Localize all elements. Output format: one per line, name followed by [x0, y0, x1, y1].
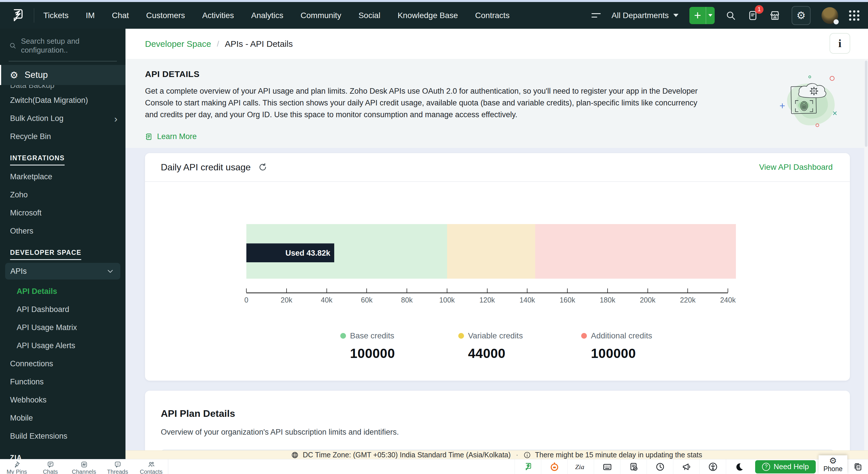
setup-search-input[interactable]: Search setup and configuration.. — [9, 34, 117, 61]
band-variable-credits — [447, 224, 535, 279]
page-info-button[interactable]: i — [830, 33, 850, 54]
nav-tab-analytics[interactable]: Analytics — [251, 11, 283, 20]
setup-gear-button[interactable]: ⚙ — [792, 6, 811, 25]
taskbar-item-my-pins[interactable]: My Pins — [0, 460, 34, 474]
nav-tab-im[interactable]: IM — [86, 11, 95, 20]
legend-dot-icon — [581, 333, 587, 339]
taskbar-tasks-button[interactable] — [620, 460, 647, 474]
zia-bot-icon — [550, 462, 559, 472]
sidebar-subitem-api-usage-matrix[interactable]: API Usage Matrix — [0, 319, 125, 337]
vertical-scrollbar[interactable] — [864, 59, 868, 450]
plus-icon[interactable]: + — [689, 7, 706, 24]
axis-line — [246, 292, 728, 293]
breadcrumb: Developer Space / APIs - API Details i — [125, 29, 868, 59]
sidebar-item-zoho[interactable]: Zoho — [0, 186, 125, 204]
sidebar-item-build-extensions[interactable]: Build Extensions — [0, 427, 125, 445]
nav-tab-tickets[interactable]: Tickets — [43, 11, 69, 20]
chevron-down-icon — [106, 267, 114, 275]
contacts-icon — [148, 461, 155, 468]
breadcrumb-separator: / — [217, 39, 219, 49]
moon-icon — [735, 462, 744, 471]
taskbar-desk-logo-button[interactable] — [515, 460, 541, 474]
marketplace-store-button[interactable] — [769, 10, 781, 21]
quick-create-dropdown[interactable] — [706, 7, 715, 24]
sidebar-apis-children: API DetailsAPI DashboardAPI Usage Matrix… — [0, 283, 125, 355]
nav-tab-customers[interactable]: Customers — [146, 11, 185, 20]
api-plan-details-card: API Plan Details Overview of your organi… — [145, 391, 850, 450]
sidebar-item-apis[interactable]: APIs — [5, 263, 120, 279]
sidebar-item-label: Webhooks — [10, 395, 46, 405]
department-list-icon[interactable] — [591, 13, 601, 18]
legend-row: Additional credits — [581, 331, 652, 340]
sidebar-item-mobile[interactable]: Mobile — [0, 409, 125, 427]
top-navigation-bar: TicketsIMChatCustomersActivitiesAnalytic… — [0, 2, 868, 29]
taskbar-item-chats[interactable]: Chats — [34, 460, 67, 474]
delay-note-text: There might be 15 minute delay in updati… — [535, 451, 702, 459]
nav-tab-chat[interactable]: Chat — [112, 11, 129, 20]
sidebar-item-recycle-bin[interactable]: Recycle Bin — [0, 127, 125, 146]
axis-tick — [286, 289, 287, 292]
need-help-button[interactable]: ? Need Help — [755, 460, 816, 473]
legend-label: Additional credits — [591, 331, 652, 340]
sidebar-item-label: Microsoft — [10, 209, 42, 217]
clock-icon — [655, 462, 665, 472]
zoho-desk-icon — [523, 462, 533, 471]
nav-tab-activities[interactable]: Activities — [202, 11, 234, 20]
sidebar-subitem-api-details[interactable]: API Details — [0, 283, 125, 300]
phone-panel-button[interactable]: ⚙ Phone — [818, 455, 847, 474]
learn-more-link[interactable]: Learn More — [145, 132, 197, 141]
zoho-desk-logo-icon[interactable] — [9, 8, 26, 23]
sidebar-item-label: Zwitch(Data Migration) — [10, 96, 88, 105]
sidebar-item-marketplace[interactable]: Marketplace — [0, 168, 125, 186]
sidebar-item-microsoft[interactable]: Microsoft — [0, 204, 125, 222]
taskbar-zia-bot-button[interactable] — [541, 460, 567, 474]
nav-tab-social[interactable]: Social — [358, 11, 380, 20]
user-avatar[interactable] — [822, 7, 838, 24]
taskbar-keyboard-button[interactable] — [594, 460, 620, 474]
sidebar-subitem-api-dashboard[interactable]: API Dashboard — [0, 300, 125, 319]
taskbar-copy-pages-button[interactable] — [847, 460, 868, 474]
taskbar-night-mode-button[interactable] — [726, 460, 752, 474]
module-tabs: TicketsIMChatCustomersActivitiesAnalytic… — [43, 11, 510, 20]
legend-label: Base credits — [350, 331, 394, 340]
nav-tab-contracts[interactable]: Contracts — [475, 11, 510, 20]
quick-create-button[interactable]: + — [689, 7, 715, 24]
nav-tab-community[interactable]: Community — [301, 11, 341, 20]
nav-tab-knowledge-base[interactable]: Knowledge Base — [398, 11, 458, 20]
sidebar-item-webhooks[interactable]: Webhooks — [0, 391, 125, 409]
sidebar-item-bulk-action-log[interactable]: Bulk Action Log› — [0, 110, 125, 127]
axis-tick — [607, 289, 608, 292]
globe-icon — [291, 451, 299, 459]
sidebar-item-functions[interactable]: Functions — [0, 373, 125, 391]
axis-tick-label: 40k — [321, 296, 332, 304]
sidebar-item-zwitch-data-migration[interactable]: Zwitch(Data Migration) — [0, 91, 125, 110]
global-search-button[interactable] — [725, 10, 736, 21]
axis-tick — [687, 289, 688, 292]
taskbar-item-channels[interactable]: Channels — [67, 460, 101, 474]
credit-bands: Used 43.82k — [246, 224, 736, 279]
notifications-button[interactable]: 1 — [747, 10, 758, 21]
sidebar-item-others[interactable]: Others — [0, 222, 125, 240]
api-illustration — [778, 63, 846, 138]
taskbar-item-threads[interactable]: Threads — [101, 460, 134, 474]
document-icon — [145, 133, 153, 141]
taskbar-zia-script-button[interactable]: Zia — [567, 460, 594, 474]
sidebar-item-connections[interactable]: Connections — [0, 355, 125, 373]
axis-tick-label: 80k — [401, 296, 413, 304]
sidebar-item-data-backup-clipped[interactable]: Data Backup — [0, 85, 125, 91]
channels-icon — [81, 461, 88, 468]
sidebar-setup-header[interactable]: ⚙ Setup — [0, 65, 125, 85]
sidebar-subitem-api-usage-alerts[interactable]: API Usage Alerts — [0, 337, 125, 355]
credit-usage-chart: Used 43.82k 020k40k60k80k100k120k140k160… — [246, 224, 736, 313]
taskbar-item-contacts[interactable]: Contacts — [134, 460, 168, 474]
refresh-icon[interactable] — [258, 162, 267, 172]
department-selector[interactable]: All Departments — [612, 11, 679, 20]
taskbar-accessibility-button[interactable] — [700, 460, 726, 474]
axis-tick — [327, 289, 327, 292]
taskbar-history-button[interactable] — [647, 460, 673, 474]
apps-grid-icon[interactable] — [849, 10, 859, 21]
view-api-dashboard-link[interactable]: View API Dashboard — [759, 162, 833, 172]
axis-tick-label: 120k — [479, 296, 495, 304]
taskbar-announcements-button[interactable] — [673, 460, 700, 474]
breadcrumb-parent[interactable]: Developer Space — [145, 39, 211, 49]
